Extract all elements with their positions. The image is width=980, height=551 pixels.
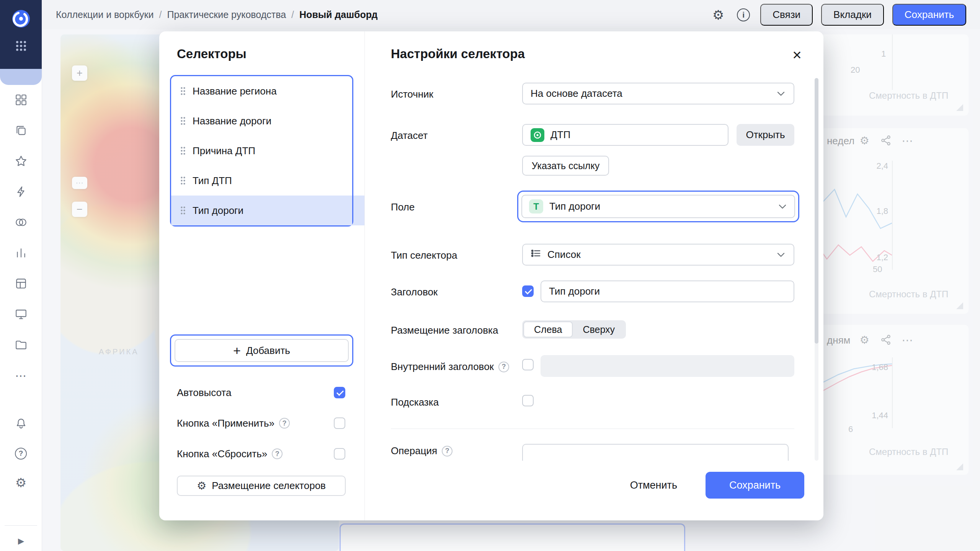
inner-title-input-disabled <box>541 355 794 377</box>
help-icon[interactable]: ? <box>442 446 452 456</box>
monitoring-icon[interactable] <box>13 306 29 323</box>
save-selector-button[interactable]: Сохранить <box>706 472 804 499</box>
breadcrumb-guides[interactable]: Практические руководства <box>167 9 286 20</box>
inner-title-label-row: Внутренний заголовок ? <box>391 361 509 373</box>
selector-item-accident-type[interactable]: Тип ДТП <box>171 166 352 196</box>
help-circle-icon[interactable]: ? <box>13 445 29 462</box>
autoheight-checkbox[interactable] <box>334 387 345 398</box>
notifications-bell-icon[interactable] <box>13 415 29 432</box>
selector-type-select[interactable]: Список <box>522 244 794 266</box>
drag-grip-icon[interactable] <box>180 176 186 185</box>
selector-type-value: Список <box>547 249 581 261</box>
modal-footer: Отменить Сохранить <box>625 472 804 499</box>
hint-checkbox[interactable] <box>522 395 534 406</box>
apply-button-row: Кнопка «Применить» ? <box>177 416 345 431</box>
connections-lightning-icon[interactable] <box>13 183 29 200</box>
title-placement-label: Размещение заголовка <box>391 324 498 336</box>
info-icon[interactable]: i <box>735 7 752 23</box>
more-ellipsis-icon[interactable]: ⋯ <box>13 367 29 384</box>
help-icon[interactable]: ? <box>272 448 283 459</box>
reset-button-checkbox[interactable] <box>334 448 345 460</box>
drag-grip-icon[interactable] <box>180 206 186 215</box>
sidebar: ⋯ ? ⚙ ▶ <box>0 0 42 551</box>
datalens-logo[interactable] <box>11 9 31 28</box>
folder-icon[interactable] <box>13 336 29 353</box>
reset-button-label: Кнопка «Сбросить» <box>177 448 267 460</box>
add-selector-button[interactable]: + Добавить <box>175 339 349 362</box>
form-divider <box>391 429 794 429</box>
selector-item-road-name[interactable]: Название дороги <box>171 106 352 136</box>
dataset-label: Датасет <box>391 130 428 142</box>
selector-list: Название региона Название дороги Причина… <box>170 75 353 227</box>
dashboards-icon[interactable] <box>13 91 29 108</box>
selector-settings-panel: Настройки селектора ✕ Источник На основе… <box>364 31 823 520</box>
settings-gear-icon[interactable]: ⚙ <box>13 474 29 491</box>
tables-icon[interactable] <box>13 275 29 292</box>
selector-item-accident-cause[interactable]: Причина ДТП <box>171 136 352 166</box>
tabs-button[interactable]: Вкладки <box>821 4 884 26</box>
placement-top-segment[interactable]: Сверху <box>573 321 625 337</box>
drag-grip-icon[interactable] <box>180 87 186 95</box>
field-label: Поле <box>391 201 415 213</box>
selector-item-road-type[interactable]: Тип дороги <box>171 196 352 225</box>
source-label: Источник <box>391 88 433 100</box>
source-select[interactable]: На основе датасета <box>522 83 794 104</box>
field-select[interactable]: T Тип дороги <box>521 195 795 218</box>
breadcrumb-collections[interactable]: Коллекции и воркбуки <box>56 9 154 20</box>
placement-left-segment[interactable]: Слева <box>523 321 573 337</box>
add-selector-group: + Добавить <box>170 334 353 367</box>
breadcrumb-separator: / <box>291 9 294 20</box>
collections-icon[interactable] <box>13 122 29 139</box>
dataset-field[interactable]: ДТП <box>522 124 728 146</box>
dashboard-settings-gear-icon[interactable]: ⚙ <box>710 7 727 23</box>
selector-item-label: Тип дороги <box>193 205 243 217</box>
selector-item-region[interactable]: Название региона <box>171 76 352 106</box>
help-icon[interactable]: ? <box>279 418 290 429</box>
open-dataset-button[interactable]: Открыть <box>737 124 794 146</box>
selector-placement-button[interactable]: ⚙ Размещение селекторов <box>177 476 346 496</box>
dataset-value: ДТП <box>550 129 570 141</box>
plus-icon: + <box>233 344 241 357</box>
specify-link-button[interactable]: Указать ссылку <box>522 156 609 176</box>
gear-icon: ⚙ <box>197 479 206 492</box>
selector-item-label: Название региона <box>193 85 277 97</box>
breadcrumb-separator: / <box>159 9 162 20</box>
apply-button-checkbox[interactable] <box>334 417 345 429</box>
hint-label: Подсказка <box>391 396 439 408</box>
topbar: Коллекции и воркбуки / Практические руко… <box>42 0 980 29</box>
field-type-icon: T <box>529 199 543 214</box>
relations-button[interactable]: Связи <box>760 4 813 26</box>
favorites-star-icon[interactable] <box>13 153 29 170</box>
selector-placement-label: Размещение селекторов <box>212 480 326 492</box>
title-label: Заголовок <box>391 286 438 298</box>
selector-type-label: Тип селектора <box>391 249 457 261</box>
apps-grid-icon[interactable] <box>15 40 27 52</box>
close-icon[interactable]: ✕ <box>789 47 805 64</box>
sidebar-divider <box>5 525 37 526</box>
inner-title-checkbox[interactable] <box>522 359 534 370</box>
scrollbar-thumb[interactable] <box>815 78 818 344</box>
expand-sidebar-icon[interactable]: ▶ <box>0 536 42 546</box>
save-dashboard-button[interactable]: Сохранить <box>892 4 966 26</box>
field-select-focus-ring: T Тип дороги <box>517 191 799 222</box>
operation-select-clipped[interactable] <box>522 444 789 461</box>
help-icon[interactable]: ? <box>498 362 509 372</box>
drag-grip-icon[interactable] <box>180 147 186 155</box>
charts-icon[interactable] <box>13 245 29 261</box>
operation-label-row: Операция ? <box>391 445 452 457</box>
sidebar-accent-tab <box>0 69 42 85</box>
title-checkbox[interactable] <box>522 285 534 297</box>
cancel-button[interactable]: Отменить <box>625 476 683 495</box>
selector-settings-modal: Селекторы Название региона Название доро… <box>159 31 823 520</box>
breadcrumb: Коллекции и воркбуки / Практические руко… <box>56 9 377 20</box>
datasets-icon[interactable] <box>13 214 29 231</box>
reset-button-row: Кнопка «Сбросить» ? <box>177 446 345 461</box>
add-selector-label: Добавить <box>246 345 290 357</box>
selectors-panel-title: Селекторы <box>177 47 247 61</box>
breadcrumb-current-dashboard: Новый дашборд <box>299 9 377 20</box>
list-icon <box>531 248 541 261</box>
title-placement-segmented: Слева Сверху <box>522 320 626 339</box>
title-input[interactable]: Тип дороги <box>541 280 794 302</box>
selector-item-label: Причина ДТП <box>193 145 255 157</box>
drag-grip-icon[interactable] <box>180 117 186 125</box>
